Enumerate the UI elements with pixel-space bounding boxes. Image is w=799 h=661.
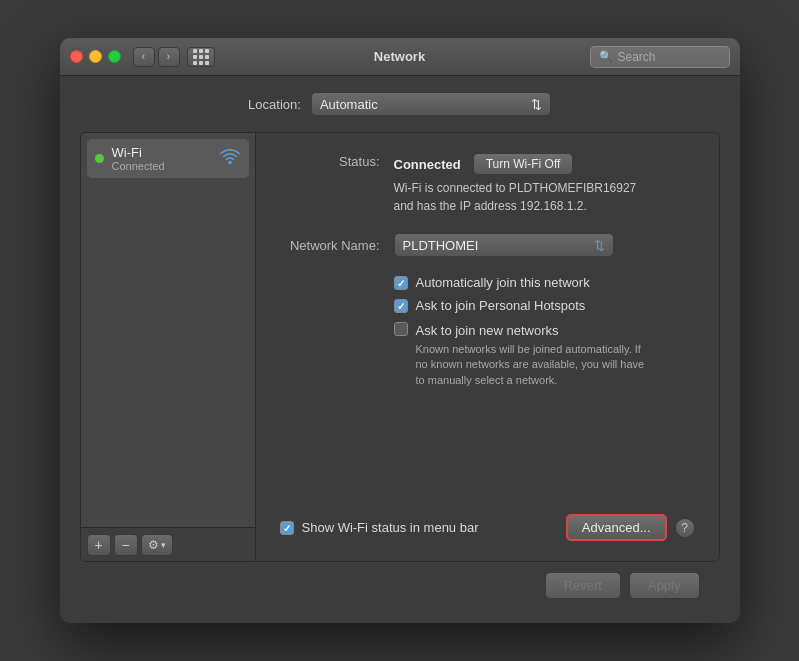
sidebar-item-status: Connected [112,160,165,172]
status-connected-text: Connected [394,157,461,172]
status-value: Connected Turn Wi-Fi Off Wi-Fi is connec… [394,153,695,215]
main-content: Location: Automatic ⇅ Wi-Fi Connected [60,76,740,623]
advanced-button[interactable]: Advanced... [566,514,667,541]
new-networks-label: Ask to join new networks [416,323,559,338]
show-wifi-label: Show Wi-Fi status in menu bar [302,520,479,535]
checkbox-row-hotspot: ✓ Ask to join Personal Hotspots [394,298,695,313]
wifi-signal-icon [219,149,241,169]
location-value: Automatic [320,97,378,112]
titlebar: ‹ › Network 🔍 [60,38,740,76]
network-name-label: Network Name: [280,238,380,253]
network-name-select[interactable]: PLDTHOMEI ⇅ [394,233,614,257]
window-footer: Revert Apply [80,562,720,611]
maximize-button[interactable] [108,50,121,63]
auto-join-label: Automatically join this network [416,275,590,290]
search-icon: 🔍 [599,50,613,63]
revert-button[interactable]: Revert [545,572,621,599]
remove-network-button[interactable]: − [114,534,138,556]
add-network-button[interactable]: + [87,534,111,556]
gear-icon: ⚙ [148,538,159,552]
select-arrows-icon: ⇅ [531,97,542,112]
checkbox-row-auto-join: ✓ Automatically join this network [394,275,695,290]
new-networks-sublabel: Known networks will be joined automatica… [416,342,645,388]
location-select[interactable]: Automatic ⇅ [311,92,551,116]
close-button[interactable] [70,50,83,63]
sidebar-item-info: Wi-Fi Connected [112,145,165,172]
network-select-arrows-icon: ⇅ [594,238,605,253]
sidebar-list: Wi-Fi Connected [81,133,255,527]
network-window: ‹ › Network 🔍 Location: Automatic ⇅ [60,38,740,623]
forward-button[interactable]: › [158,47,180,67]
hotspot-checkbox[interactable]: ✓ [394,299,408,313]
checkboxes-section: ✓ Automatically join this network ✓ Ask … [394,275,695,388]
gear-arrow-icon: ▾ [161,540,166,550]
sidebar-item-wifi[interactable]: Wi-Fi Connected [87,139,249,178]
status-label: Status: [280,153,380,169]
help-button[interactable]: ? [675,518,695,538]
checkbox-row-new-networks: Ask to join new networks Known networks … [394,321,695,388]
checkbox-checkmark: ✓ [397,278,405,289]
checkbox-checkmark: ✓ [397,301,405,312]
show-wifi-checkbox[interactable]: ✓ [280,521,294,535]
new-networks-checkbox[interactable] [394,322,408,336]
sidebar-toolbar: + − ⚙ ▾ [81,527,255,561]
sidebar: Wi-Fi Connected [81,133,256,561]
wifi-status-dot [95,154,104,163]
sidebar-item-name: Wi-Fi [112,145,165,160]
back-button[interactable]: ‹ [133,47,155,67]
location-row: Location: Automatic ⇅ [80,92,720,116]
apply-button[interactable]: Apply [629,572,700,599]
location-label: Location: [248,97,301,112]
turn-wifi-button[interactable]: Turn Wi-Fi Off [473,153,574,175]
checkbox-checkmark: ✓ [283,523,291,534]
apps-grid-icon [193,49,209,65]
apps-button[interactable] [187,47,215,67]
body-split: Wi-Fi Connected [80,132,720,562]
network-name-row: Network Name: PLDTHOMEI ⇅ [280,233,695,257]
traffic-lights [70,50,121,63]
svg-point-0 [228,160,232,164]
show-wifi-row: ✓ Show Wi-Fi status in menu bar [280,520,479,535]
status-section: Status: Connected Turn Wi-Fi Off Wi-Fi i… [280,153,695,215]
search-field[interactable]: 🔍 [590,46,730,68]
hotspot-label: Ask to join Personal Hotspots [416,298,586,313]
search-input[interactable] [618,50,721,64]
bottom-buttons: Advanced... ? [566,514,695,541]
new-networks-info: Ask to join new networks Known networks … [416,321,645,388]
status-description: Wi-Fi is connected to PLDTHOMEFIBR16927 … [394,179,695,215]
gear-menu-button[interactable]: ⚙ ▾ [141,534,173,556]
titlebar-nav: ‹ › [133,47,215,67]
status-line1: Connected Turn Wi-Fi Off [394,153,695,175]
auto-join-checkbox[interactable]: ✓ [394,276,408,290]
detail-panel: Status: Connected Turn Wi-Fi Off Wi-Fi i… [256,133,719,561]
network-name-value: PLDTHOMEI [403,238,479,253]
minimize-button[interactable] [89,50,102,63]
detail-bottom: ✓ Show Wi-Fi status in menu bar Advanced… [280,514,695,541]
window-title: Network [374,49,425,64]
